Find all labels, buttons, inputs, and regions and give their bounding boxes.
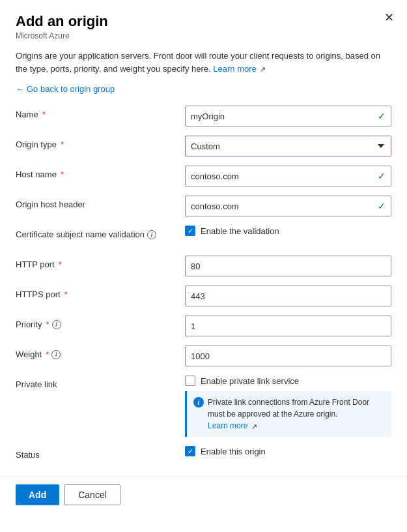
certificate-validation-control: ✓ Enable the validation: [185, 226, 391, 236]
status-checkmark: ✓: [188, 448, 193, 455]
https-port-input[interactable]: [185, 286, 391, 306]
description-body: Origins are your application servers. Fr…: [16, 51, 380, 74]
panel-title: Add an origin: [16, 13, 391, 30]
status-checkbox[interactable]: ✓: [185, 446, 195, 456]
private-link-row: Private link Enable private link service…: [16, 376, 391, 437]
http-port-input[interactable]: [185, 256, 391, 276]
priority-required: *: [46, 319, 49, 329]
priority-control: [185, 316, 391, 336]
add-button[interactable]: Add: [16, 484, 59, 505]
status-label: Status: [16, 446, 185, 460]
origin-host-header-select[interactable]: contoso.com ✓: [185, 196, 391, 216]
http-port-label: HTTP port *: [16, 256, 185, 269]
priority-label: Priority * i: [16, 316, 185, 329]
certificate-validation-row: Certificate subject name validation i ✓ …: [16, 226, 391, 246]
priority-row: Priority * i: [16, 316, 391, 336]
weight-input[interactable]: [185, 346, 391, 366]
footer: Add Cancel: [0, 476, 407, 518]
weight-control: [185, 346, 391, 366]
priority-input[interactable]: [185, 316, 391, 336]
origin-type-control: Custom Storage App Service Cloud Service: [185, 136, 391, 156]
private-link-checkbox-label: Enable private link service: [201, 376, 299, 386]
cancel-button[interactable]: Cancel: [64, 484, 120, 505]
name-row: Name * myOrigin ✓: [16, 106, 391, 126]
name-label: Name *: [16, 106, 185, 119]
host-name-value: contoso.com: [191, 171, 239, 181]
back-arrow-icon: ←: [16, 84, 24, 94]
priority-info-icon[interactable]: i: [52, 320, 61, 329]
origin-type-select[interactable]: Custom Storage App Service Cloud Service: [185, 136, 391, 156]
description-learn-more-link[interactable]: Learn more: [213, 64, 256, 74]
name-value: myOrigin: [191, 111, 225, 121]
certificate-validation-checkbox-label: Enable the validation: [201, 226, 279, 236]
host-name-select[interactable]: contoso.com ✓: [185, 166, 391, 186]
private-link-checkbox-row: Enable private link service: [185, 376, 391, 386]
status-control: ✓ Enable this origin: [185, 446, 391, 456]
origin-host-header-row: Origin host header contoso.com ✓: [16, 196, 391, 216]
https-port-label: HTTPS port *: [16, 286, 185, 299]
panel-header: Add an origin Microsoft Azure ✕ Origins …: [0, 0, 407, 106]
certificate-validation-checkmark: ✓: [188, 228, 193, 235]
host-name-label: Host name *: [16, 166, 185, 179]
weight-row: Weight * i: [16, 346, 391, 366]
host-name-row: Host name * contoso.com ✓: [16, 166, 391, 186]
host-name-required: *: [61, 170, 64, 179]
private-link-label: Private link: [16, 376, 185, 389]
http-port-control: [185, 256, 391, 276]
certificate-validation-info-icon[interactable]: i: [147, 230, 156, 239]
origin-type-required: *: [61, 140, 64, 149]
private-link-external-icon: ↗: [251, 421, 257, 432]
weight-required: *: [46, 349, 49, 359]
origin-host-header-value: contoso.com: [191, 201, 239, 211]
name-required: *: [42, 110, 46, 119]
panel-subtitle: Microsoft Azure: [16, 31, 391, 40]
name-select[interactable]: myOrigin ✓: [185, 106, 391, 126]
origin-host-header-check-icon: ✓: [378, 201, 386, 211]
private-link-info-text: Private link connections from Azure Fron…: [208, 396, 385, 432]
back-to-origin-group-link[interactable]: ← Go back to origin group: [16, 84, 115, 94]
https-port-control: [185, 286, 391, 306]
private-link-control: Enable private link service i Private li…: [185, 376, 391, 437]
private-link-info-box: i Private link connections from Azure Fr…: [185, 391, 391, 437]
external-link-icon: ↗: [260, 64, 266, 75]
host-name-check-icon: ✓: [378, 171, 386, 181]
http-port-required: *: [59, 259, 62, 269]
certificate-validation-label: Certificate subject name validation i: [16, 226, 185, 239]
origin-type-label: Origin type *: [16, 136, 185, 149]
weight-label: Weight * i: [16, 346, 185, 359]
private-link-info-circle-icon: i: [193, 397, 204, 407]
status-row: Status ✓ Enable this origin: [16, 446, 391, 467]
name-control: myOrigin ✓: [185, 106, 391, 126]
weight-info-icon[interactable]: i: [51, 350, 61, 359]
host-name-control: contoso.com ✓: [185, 166, 391, 186]
private-link-learn-more-link[interactable]: Learn more: [208, 421, 247, 430]
close-button[interactable]: ✕: [384, 12, 394, 23]
origin-host-header-control: contoso.com ✓: [185, 196, 391, 216]
private-link-checkbox[interactable]: [185, 376, 195, 386]
http-port-row: HTTP port *: [16, 256, 391, 276]
form-section: Name * myOrigin ✓ Origin type * Custom S…: [0, 106, 407, 467]
https-port-row: HTTPS port *: [16, 286, 391, 306]
status-checkbox-label: Enable this origin: [201, 447, 266, 456]
https-port-required: *: [64, 289, 68, 299]
back-link-label: Go back to origin group: [27, 84, 115, 94]
certificate-validation-checkbox[interactable]: ✓: [185, 226, 195, 236]
description-text: Origins are your application servers. Fr…: [16, 50, 391, 75]
status-checkbox-row: ✓ Enable this origin: [185, 446, 391, 456]
origin-host-header-label: Origin host header: [16, 196, 185, 209]
certificate-validation-checkbox-row: ✓ Enable the validation: [185, 226, 391, 236]
name-check-icon: ✓: [378, 111, 386, 121]
origin-type-row: Origin type * Custom Storage App Service…: [16, 136, 391, 156]
